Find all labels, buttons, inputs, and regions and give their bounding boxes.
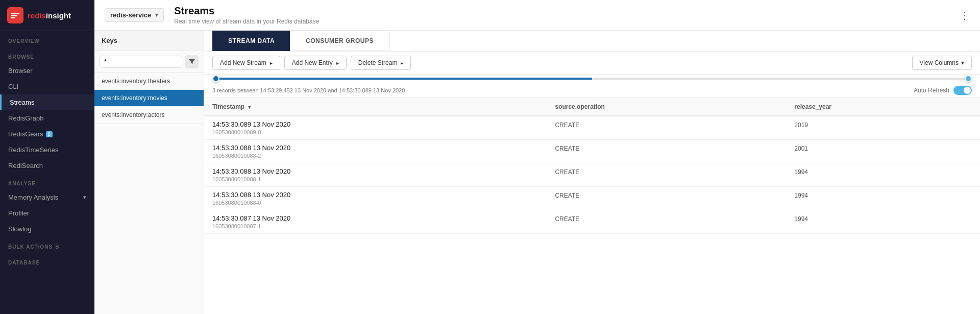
sort-icon: ▾ bbox=[248, 104, 251, 110]
timeline-slider[interactable] bbox=[212, 78, 972, 80]
page-subtitle: Real time view of stream data in your Re… bbox=[174, 18, 960, 25]
add-entry-arrow: ▸ bbox=[336, 60, 339, 66]
logo: redisinsight bbox=[0, 0, 94, 31]
keys-search-input[interactable] bbox=[100, 56, 182, 68]
sidebar-item-streams[interactable]: Streams bbox=[0, 94, 94, 110]
memory-analysis-arrow: ▾ bbox=[83, 194, 86, 201]
cell-year-1: 2001 bbox=[786, 140, 980, 163]
cell-operation-0: CREATE bbox=[547, 116, 786, 140]
timeline-thumb-left[interactable] bbox=[212, 75, 219, 82]
sidebar-item-profiler[interactable]: Profiler bbox=[0, 205, 94, 221]
col-header-source-operation[interactable]: source.operation bbox=[547, 98, 786, 116]
sidebar-item-cli[interactable]: CLI bbox=[0, 79, 94, 94]
tab-stream-data[interactable]: STREAM DATA bbox=[212, 31, 290, 51]
section-bulk-actions: BULK ACTIONS β bbox=[0, 237, 94, 253]
sidebar-item-redisearch[interactable]: RediSearch bbox=[0, 158, 94, 174]
header-actions: ⋮ bbox=[960, 9, 970, 21]
top-header: redis-service ▾ Streams Real time view o… bbox=[94, 0, 980, 31]
main-area: redis-service ▾ Streams Real time view o… bbox=[94, 0, 980, 314]
keys-list: events:inventory:theaters events:invento… bbox=[94, 73, 204, 314]
svg-rect-1 bbox=[11, 15, 17, 16]
sidebar: redisinsight OVERVIEW BROWSE Browser CLI… bbox=[0, 0, 94, 314]
tab-consumer-groups[interactable]: CONSUMER GROUPS bbox=[290, 31, 389, 51]
svg-rect-0 bbox=[11, 13, 19, 14]
cell-timestamp-2: 14:53:30.088 13 Nov 2020 16053080010088-… bbox=[204, 163, 547, 187]
section-browse: BROWSE bbox=[0, 47, 94, 63]
db-name: redis-service bbox=[110, 11, 151, 19]
table-row[interactable]: 14:53:30.088 13 Nov 2020 16053080010088-… bbox=[204, 163, 980, 187]
key-item-actors[interactable]: events:inventory:actors bbox=[94, 107, 204, 124]
add-new-stream-button[interactable]: Add New Stream ▸ bbox=[212, 56, 280, 70]
delete-stream-button[interactable]: Delete Stream ▸ bbox=[351, 56, 411, 70]
table-row[interactable]: 14:53:30.089 13 Nov 2020 16053080010089-… bbox=[204, 116, 980, 140]
cell-year-4: 1994 bbox=[786, 210, 980, 234]
toggle-knob bbox=[964, 87, 971, 94]
cell-timestamp-3: 14:53:30.088 13 Nov 2020 16053080010088-… bbox=[204, 187, 547, 210]
chevron-down-icon: ▾ bbox=[155, 12, 158, 18]
redisgears-badge: β bbox=[46, 131, 53, 137]
section-analyse: ANALYSE bbox=[0, 174, 94, 189]
table-row[interactable]: 14:53:30.088 13 Nov 2020 16053080010088-… bbox=[204, 187, 980, 210]
logo-text: redisinsight bbox=[28, 11, 71, 20]
col-header-release-year[interactable]: release_year bbox=[786, 98, 980, 116]
filter-icon[interactable] bbox=[185, 55, 199, 68]
key-item-theaters[interactable]: events:inventory:theaters bbox=[94, 73, 204, 90]
sidebar-item-slowlog[interactable]: Slowlog bbox=[0, 221, 94, 237]
tab-bar: STREAM DATA CONSUMER GROUPS bbox=[204, 31, 980, 52]
data-table: Timestamp ▾ source.operation release_yea… bbox=[204, 98, 980, 314]
auto-refresh-control: Auto Refresh bbox=[914, 86, 972, 95]
section-overview: OVERVIEW bbox=[0, 31, 94, 47]
info-row: 3 records between 14:53:29.452 13 Nov 20… bbox=[204, 83, 980, 98]
page-title-block: Streams Real time view of stream data in… bbox=[174, 5, 960, 25]
svg-rect-2 bbox=[11, 17, 15, 18]
cell-operation-3: CREATE bbox=[547, 187, 786, 210]
toolbar: Add New Stream ▸ Add New Entry ▸ Delete … bbox=[204, 52, 980, 75]
cell-year-2: 1994 bbox=[786, 163, 980, 187]
table-row[interactable]: 14:53:30.088 13 Nov 2020 16053080010088-… bbox=[204, 140, 980, 163]
sidebar-item-redisgraph[interactable]: RedisGraph bbox=[0, 110, 94, 126]
keys-title: Keys bbox=[102, 37, 117, 44]
add-stream-arrow: ▸ bbox=[270, 60, 273, 66]
sidebar-item-memory-analysis[interactable]: Memory Analysis ▾ bbox=[0, 189, 94, 205]
table-header-row: Timestamp ▾ source.operation release_yea… bbox=[204, 98, 980, 116]
view-columns-arrow-icon: ▾ bbox=[961, 59, 964, 66]
timeline-thumb-right[interactable] bbox=[965, 75, 972, 82]
key-item-movies[interactable]: events:inventory:movies bbox=[94, 90, 204, 107]
table-row[interactable]: 14:53:30.087 13 Nov 2020 16053080010087-… bbox=[204, 210, 980, 234]
cell-timestamp-0: 14:53:30.089 13 Nov 2020 16053080010089-… bbox=[204, 116, 547, 140]
sidebar-item-redisgears[interactable]: RedisGears β bbox=[0, 126, 94, 142]
cell-year-3: 1994 bbox=[786, 187, 980, 210]
timeline-row bbox=[204, 75, 980, 83]
add-new-entry-button[interactable]: Add New Entry ▸ bbox=[284, 56, 347, 70]
stream-content: STREAM DATA CONSUMER GROUPS Add New Stre… bbox=[204, 31, 980, 314]
keys-search-row bbox=[94, 51, 204, 73]
sidebar-item-browser[interactable]: Browser bbox=[0, 63, 94, 79]
delete-stream-arrow: ▸ bbox=[401, 60, 403, 66]
sidebar-item-redistimeseries[interactable]: RedisTimeSeries bbox=[0, 142, 94, 158]
section-database: DATABASE bbox=[0, 253, 94, 269]
auto-refresh-label: Auto Refresh bbox=[914, 87, 949, 94]
cell-operation-2: CREATE bbox=[547, 163, 786, 187]
cell-year-0: 2019 bbox=[786, 116, 980, 140]
timeline-info-text: 3 records between 14:53:29.452 13 Nov 20… bbox=[212, 87, 405, 93]
bulk-actions-badge: β bbox=[55, 244, 59, 250]
keys-panel-header: Keys bbox=[94, 31, 204, 51]
content-area: Keys events:inventory:theaters events:in… bbox=[94, 31, 980, 314]
cell-timestamp-1: 14:53:30.088 13 Nov 2020 16053080010088-… bbox=[204, 140, 547, 163]
view-columns-button[interactable]: View Columns ▾ bbox=[912, 56, 972, 70]
cell-operation-1: CREATE bbox=[547, 140, 786, 163]
auto-refresh-toggle[interactable] bbox=[953, 86, 972, 95]
db-selector[interactable]: redis-service ▾ bbox=[105, 8, 164, 22]
page-title: Streams bbox=[174, 5, 960, 17]
logo-icon bbox=[7, 7, 23, 23]
cell-timestamp-4: 14:53:30.087 13 Nov 2020 16053080010087-… bbox=[204, 210, 547, 234]
keys-panel: Keys events:inventory:theaters events:in… bbox=[94, 31, 204, 314]
more-options-icon[interactable]: ⋮ bbox=[960, 9, 970, 21]
col-header-timestamp[interactable]: Timestamp ▾ bbox=[204, 98, 547, 116]
cell-operation-4: CREATE bbox=[547, 210, 786, 234]
